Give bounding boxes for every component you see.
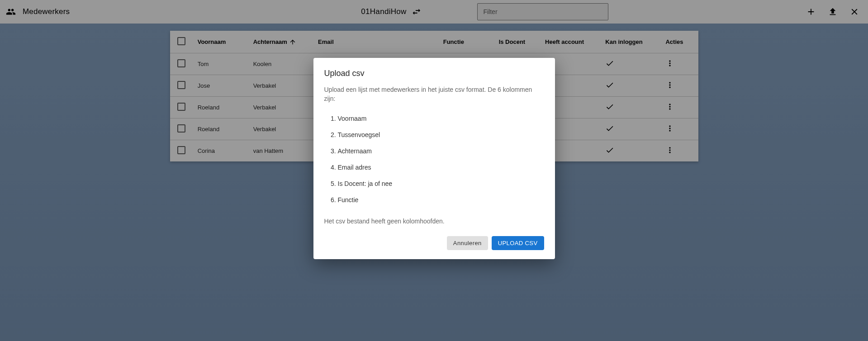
dialog-column-item: Is Docent: ja of nee — [338, 175, 544, 192]
cancel-button[interactable]: Annuleren — [447, 236, 488, 250]
dialog-intro: Upload een lijst met medewerkers in het … — [324, 85, 544, 103]
upload-csv-button[interactable]: UPLOAD CSV — [492, 236, 544, 250]
dialog-note: Het csv bestand heeft geen kolomhoofden. — [324, 217, 544, 226]
dialog-column-list: VoornaamTussenvoegselAchternaamEmail adr… — [333, 110, 544, 208]
dialog-column-item: Email adres — [338, 159, 544, 175]
upload-csv-dialog: Upload csv Upload een lijst met medewerk… — [313, 58, 555, 259]
dialog-column-item: Functie — [338, 192, 544, 208]
dialog-column-item: Achternaam — [338, 143, 544, 159]
dialog-column-item: Voornaam — [338, 110, 544, 127]
dialog-title: Upload csv — [324, 69, 544, 78]
dialog-column-item: Tussenvoegsel — [338, 127, 544, 143]
